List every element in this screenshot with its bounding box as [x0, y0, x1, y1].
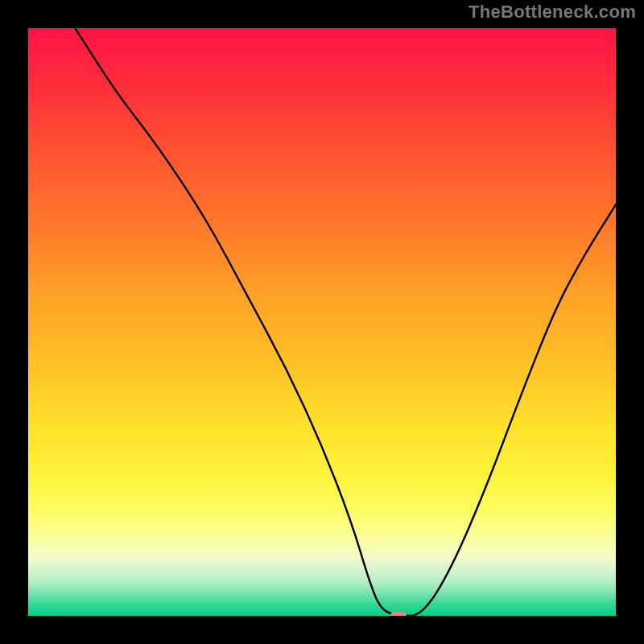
optimum-marker [390, 612, 407, 617]
chart-frame: TheBottleneck.com [0, 0, 644, 644]
bottleneck-curve [28, 28, 616, 616]
curve-path [75, 28, 616, 616]
watermark-text: TheBottleneck.com [469, 2, 636, 23]
plot-area [28, 28, 616, 616]
